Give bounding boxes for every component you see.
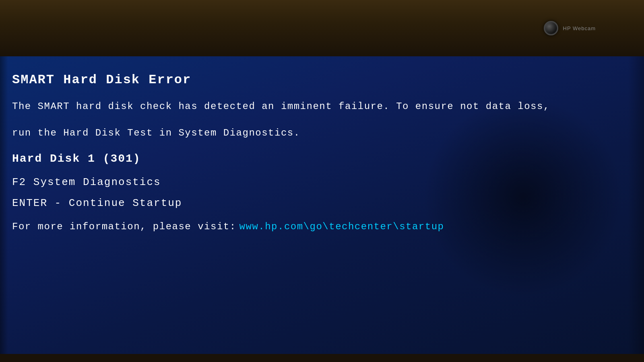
error-description-line1: The SMART hard disk check has detected a… [12, 99, 632, 114]
bios-error-screen: SMART Hard Disk Error The SMART hard dis… [0, 56, 644, 354]
more-info-url: www.hp.com\go\techcenter\startup [239, 221, 444, 232]
error-title: SMART Hard Disk Error [12, 72, 632, 87]
more-info-label: For more information, please visit: [12, 221, 236, 232]
laptop-bezel-top: HP Webcam [0, 0, 644, 56]
laptop-bezel-bottom [0, 354, 644, 362]
action-f2: F2 System Diagnostics [12, 176, 632, 188]
disk-info: Hard Disk 1 (301) [12, 152, 632, 165]
error-content: SMART Hard Disk Error The SMART hard dis… [12, 72, 632, 232]
screen-left-edge [0, 56, 8, 354]
webcam-lens [544, 21, 558, 35]
action-enter: ENTER - Continue Startup [12, 197, 632, 209]
more-info: For more information, please visit: www.… [12, 221, 632, 232]
webcam-area: HP Webcam [544, 21, 596, 35]
webcam-label: HP Webcam [563, 25, 596, 31]
error-description-line2: run the Hard Disk Test in System Diagnos… [12, 126, 632, 140]
